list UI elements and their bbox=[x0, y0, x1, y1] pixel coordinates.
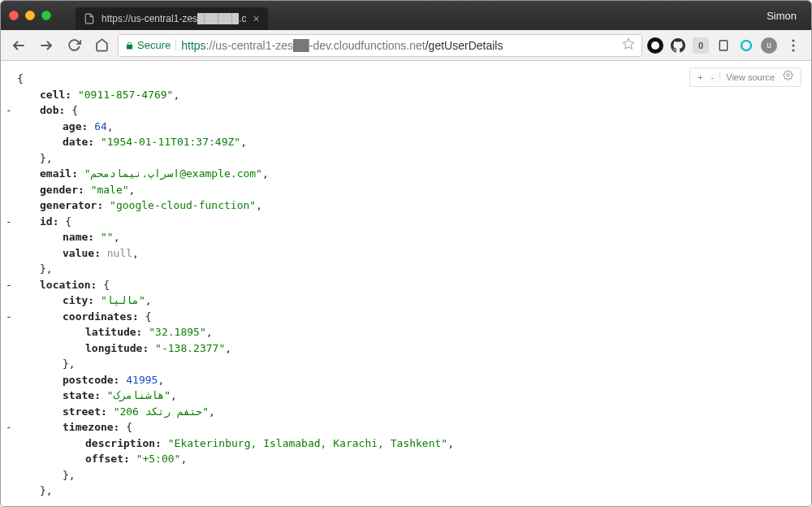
collapse-toggle-icon[interactable]: - bbox=[4, 277, 14, 293]
json-prop-cell: cell: "0911-857-4769", bbox=[17, 87, 795, 103]
tab-title: https://us-central1-zes██████.c bbox=[102, 13, 246, 24]
collapse-toggle-icon[interactable]: - bbox=[4, 214, 14, 230]
home-button[interactable] bbox=[90, 34, 113, 57]
address-bar[interactable]: Secure https://us-central1-zes██-dev.clo… bbox=[118, 34, 642, 57]
json-prop-dob-age: age: 64, bbox=[17, 119, 795, 135]
json-prop-email: email: "محمدامین.پارسا@example.com", bbox=[17, 166, 795, 182]
bookmark-star-icon[interactable] bbox=[622, 37, 635, 53]
json-prop-id-name: name: "", bbox=[17, 229, 795, 245]
json-prop-id-value: value: null, bbox=[17, 245, 795, 262]
close-window-button[interactable] bbox=[9, 11, 19, 20]
extension-icon-4[interactable] bbox=[715, 37, 732, 54]
maximize-window-button[interactable] bbox=[41, 11, 51, 20]
svg-point-5 bbox=[741, 41, 751, 50]
json-prop-gender: gender: "male", bbox=[17, 182, 795, 198]
json-prop-latitude: latitude: "32.1895", bbox=[17, 324, 795, 340]
github-icon[interactable] bbox=[670, 37, 686, 54]
back-button[interactable] bbox=[7, 34, 30, 57]
json-close-timezone: }, bbox=[17, 467, 795, 483]
extension-icons: 0 u bbox=[647, 37, 777, 54]
browser-menu-button[interactable] bbox=[782, 34, 805, 57]
json-open-brace: { bbox=[17, 71, 795, 87]
profile-name[interactable]: Simon bbox=[767, 10, 803, 22]
browser-tab[interactable]: https://us-central1-zes██████.c × bbox=[76, 7, 268, 30]
json-prop-location: -location: { bbox=[17, 277, 795, 293]
json-prop-id: -id: { bbox=[17, 214, 795, 230]
extension-badge-icon[interactable]: 0 bbox=[693, 37, 709, 54]
reload-button[interactable] bbox=[63, 34, 85, 57]
json-close-location: }, bbox=[17, 483, 795, 499]
svg-point-7 bbox=[792, 44, 794, 46]
svg-rect-4 bbox=[719, 41, 727, 50]
url-text: https://us-central1-zes██-dev.cloudfunct… bbox=[181, 39, 617, 52]
json-prop-timezone: -timezone: { bbox=[17, 419, 795, 436]
collapse-toggle-icon[interactable]: - bbox=[4, 309, 14, 325]
json-close-id: }, bbox=[17, 261, 795, 277]
minimize-window-button[interactable] bbox=[25, 11, 35, 20]
collapse-all-button[interactable]: - bbox=[709, 71, 717, 84]
json-prop-tz-offset: offset: "+5:00", bbox=[17, 451, 795, 467]
browser-window: https://us-central1-zes██████.c × Simon … bbox=[0, 0, 812, 507]
collapse-toggle-icon[interactable]: - bbox=[4, 102, 14, 119]
json-close-dob: }, bbox=[17, 150, 795, 167]
toolbar: Secure https://us-central1-zes██-dev.clo… bbox=[1, 30, 811, 61]
json-prop-dob-date: date: "1954-01-11T01:37:49Z", bbox=[17, 134, 795, 150]
settings-gear-icon[interactable] bbox=[780, 70, 796, 84]
json-prop-state: state: "کرمانشاه", bbox=[17, 388, 795, 404]
collapse-toggle-icon[interactable]: - bbox=[4, 419, 14, 436]
json-root: { cell: "0911-857-4769", -dob: { age: 64… bbox=[17, 71, 795, 499]
json-prop-coordinates: -coordinates: { bbox=[17, 309, 795, 325]
close-tab-button[interactable]: × bbox=[253, 12, 259, 25]
lock-icon bbox=[125, 40, 134, 51]
svg-point-8 bbox=[792, 49, 794, 51]
svg-point-3 bbox=[651, 41, 659, 50]
json-prop-longitude: longitude: "-138.2377", bbox=[17, 340, 795, 357]
svg-marker-2 bbox=[623, 38, 633, 49]
secure-badge[interactable]: Secure bbox=[125, 39, 176, 51]
window-controls bbox=[9, 11, 51, 20]
json-prop-city: city: "ایلام", bbox=[17, 292, 795, 309]
svg-point-9 bbox=[787, 74, 789, 76]
extension-icon-circle[interactable] bbox=[738, 37, 754, 54]
expand-all-button[interactable]: + bbox=[695, 71, 705, 84]
forward-button[interactable] bbox=[35, 34, 58, 57]
page-content: + - View source { cell: "0911-857-4769",… bbox=[1, 61, 811, 506]
view-source-button[interactable]: View source bbox=[723, 71, 777, 84]
secure-label: Secure bbox=[137, 39, 171, 51]
json-prop-generator: generator: "google-cloud-function", bbox=[17, 197, 795, 214]
json-prop-postcode: postcode: 41995, bbox=[17, 372, 795, 388]
json-prop-street: street: "206 دکتر مفتح", bbox=[17, 404, 795, 420]
jsonview-toolbar: + - View source bbox=[689, 67, 801, 87]
json-close-coordinates: }, bbox=[17, 356, 795, 372]
extension-icon-6[interactable]: u bbox=[761, 37, 777, 54]
svg-point-6 bbox=[792, 39, 794, 41]
json-prop-dob: -dob: { bbox=[17, 102, 795, 119]
json-prop-tz-description: description: "Ekaterinburg, Islamabad, K… bbox=[17, 436, 795, 452]
page-icon bbox=[84, 13, 95, 24]
extension-icon-1[interactable] bbox=[647, 37, 663, 54]
title-bar: https://us-central1-zes██████.c × Simon bbox=[1, 1, 811, 30]
